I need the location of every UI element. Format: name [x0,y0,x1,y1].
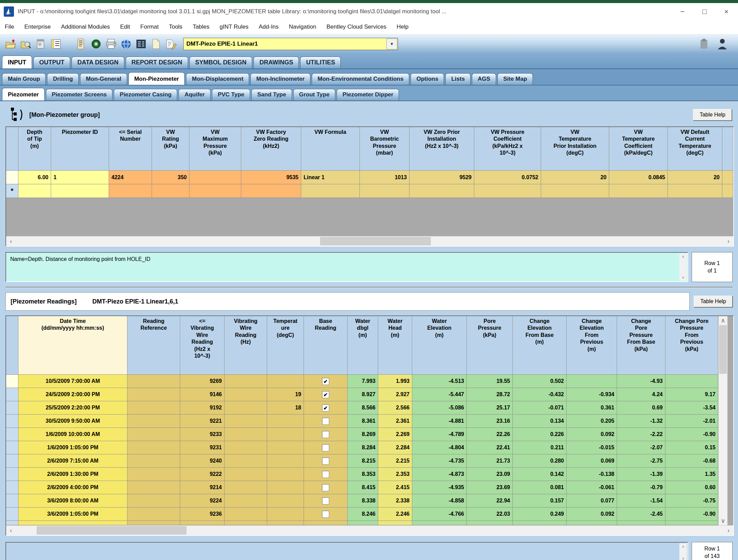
column-header-change-12[interactable]: Change Pore Pressure From Base (kPa) [617,316,665,375]
cell-pore[interactable]: 21.73 [467,454,513,468]
tab-group-mon-environmental-conditions[interactable]: Mon-Environmental Conditions [312,73,409,85]
cell-change[interactable]: -2.07 [617,441,665,454]
group-grid-hscrollbar[interactable]: ‹› [6,236,733,246]
tab-report-design[interactable]: REPORT DESIGN [126,57,188,68]
tab-group-ags[interactable]: AGS [472,73,496,85]
cell-vw[interactable] [189,184,241,198]
readings-vscrollbar[interactable]: ∧∨ [718,316,727,525]
cell-reading[interactable] [127,401,180,415]
scroll-up-icon[interactable]: ∧ [719,316,727,325]
tab-drawings[interactable]: DRAWINGS [253,57,299,68]
cell-water[interactable]: -5.447 [412,388,467,401]
base-reading-checkbox[interactable]: ✔ [322,391,329,398]
cell-[interactable]: 9231 [180,441,225,454]
cell-temperat[interactable] [267,375,304,388]
column-header-piezometer-id-1[interactable]: Piezometer ID [51,127,109,171]
cell-base[interactable] [304,468,348,481]
column-header-vibrating-3[interactable]: Vibrating Wire Reading (Hz) [225,316,267,375]
close-button[interactable]: × [724,7,728,16]
base-reading-checkbox[interactable] [322,444,329,451]
cell-change[interactable]: -2.75 [617,454,665,468]
cell-change[interactable]: -0.934 [567,388,617,401]
cell-[interactable]: 9236 [180,508,225,521]
menu-format[interactable]: Format [140,24,159,30]
column-header-vw-4[interactable]: VW Maximum Pressure (kPa) [189,127,241,171]
cell-base[interactable]: ✔ [304,388,348,401]
cell-change[interactable]: 0.142 [513,468,567,481]
cell-water[interactable]: -4.513 [412,375,467,388]
cell-water[interactable]: 2.246 [378,508,412,521]
cell-change-pore[interactable]: -0.75 [665,494,718,508]
cell-change[interactable]: 0.249 [513,508,567,521]
cell-date-time[interactable]: 1/6/2009 10:00:00 AM [18,428,127,441]
row-marker[interactable] [6,508,18,521]
cell-change-pore[interactable]: -3.54 [665,401,718,415]
table-icon[interactable] [134,37,148,51]
cell-[interactable]: 9269 [180,375,225,388]
cell-reading[interactable] [127,508,180,521]
cell-[interactable]: 9233 [180,428,225,441]
cell-reading[interactable] [127,388,180,401]
cell-water[interactable]: 2.361 [378,415,412,428]
cell-change[interactable]: -1.39 [617,468,665,481]
cell-change[interactable]: 0.226 [513,428,567,441]
cell-change[interactable]: 0.211 [513,441,567,454]
cell-date-time[interactable]: 2/6/2009 1:30:00 PM [18,468,127,481]
cell-water[interactable]: 8.415 [348,481,378,494]
cell-pore[interactable]: 22.94 [467,494,513,508]
hscroll-thumb[interactable] [37,526,186,534]
preview-icon[interactable] [89,37,103,51]
cell-change[interactable]: 0.081 [513,481,567,494]
cell-vw-formula[interactable]: Linear 1 [301,171,360,184]
tab-table-piezometer-dipper[interactable]: Piezometer Dipper [337,89,399,100]
minimize-button[interactable]: − [680,7,685,16]
cell-date-time[interactable]: 2/6/2009 4:00:00 PM [18,481,127,494]
cell-vw-pressure[interactable] [474,184,541,198]
cell-change[interactable]: -4.93 [617,375,665,388]
cell-[interactable]: 9240 [180,454,225,468]
cell-reading[interactable] [127,375,180,388]
readings-hscrollbar[interactable]: ‹› [6,525,733,535]
tab-group-options[interactable]: Options [411,73,444,85]
cell-pore[interactable]: 23.09 [467,468,513,481]
cell-change[interactable]: -1.32 [617,415,665,428]
cell-vw[interactable] [609,184,668,198]
cell-change[interactable]: 0.092 [567,428,617,441]
base-reading-checkbox[interactable]: ✔ [322,404,329,411]
cell-change[interactable]: -0.071 [513,401,567,415]
tab-group-drilling[interactable]: Drilling [47,73,79,85]
file-search-icon[interactable] [19,37,33,51]
cell-water[interactable]: 2.338 [378,494,412,508]
scroll-down-icon[interactable]: ∨ [682,556,685,560]
cell-vw-factory[interactable]: 9535 [241,171,301,184]
row-marker[interactable] [6,441,18,454]
cell-change-pore[interactable]: -0.68 [665,454,718,468]
cell-water[interactable]: -4.858 [412,494,467,508]
cell-serial[interactable] [109,184,152,198]
cell-water[interactable]: -5.086 [412,401,467,415]
cell-depth[interactable] [18,184,51,198]
column-header-base-5[interactable]: Base Reading [304,316,348,375]
cell-water[interactable]: 7.993 [348,375,378,388]
hscroll-thumb[interactable] [320,237,431,245]
layout-icon[interactable] [49,37,63,51]
cell-date-time[interactable]: 10/5/2009 7:00:00 AM [18,375,127,388]
column-header-reading-1[interactable]: Reading Reference [127,316,180,375]
cell-water[interactable]: -4.789 [412,428,467,441]
scroll-left-icon[interactable]: ‹ [6,526,16,535]
cell-water[interactable]: 8.927 [348,388,378,401]
cell-change-pore[interactable]: -0.90 [665,508,718,521]
cell-change[interactable]: 0.361 [567,401,617,415]
tab-group-mon-inclinometer[interactable]: Mon-Inclinometer [250,73,310,85]
cell-date-time[interactable]: 3/6/2009 8:00:00 AM [18,494,127,508]
menu-bentley-cloud-services[interactable]: Bentley Cloud Services [326,24,386,30]
column-header-serial-2[interactable]: <= Serial Number [109,127,152,171]
base-reading-checkbox[interactable] [322,511,329,518]
cell-pore[interactable]: 23.16 [467,415,513,428]
column-header-change-11[interactable]: Change Elevation From Previous (m) [567,316,617,375]
cell-vw[interactable]: 1013 [360,171,410,184]
edit-document-icon[interactable] [164,37,178,51]
tab-utilities[interactable]: UTILITIES [300,57,341,68]
cell-water[interactable]: 8.215 [348,454,378,468]
base-reading-checkbox[interactable] [322,497,329,504]
